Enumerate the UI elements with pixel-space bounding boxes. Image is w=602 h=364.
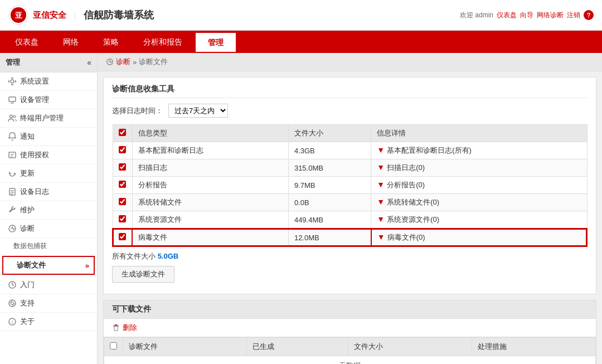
sidebar-item-license[interactable]: 使用授权 <box>0 146 97 164</box>
sidebar-item-notification[interactable]: 通知 <box>0 128 97 146</box>
sidebar-item-packet-capture[interactable]: 数据包捕获 <box>0 238 97 255</box>
row1-checkbox-cell <box>113 142 132 159</box>
svg-point-10 <box>10 115 13 118</box>
svg-point-21 <box>9 300 16 307</box>
dl-select-all[interactable] <box>110 342 117 350</box>
row4-type: 系统转储文件 <box>132 194 288 211</box>
sidebar-item-user-mgmt[interactable]: 终端用户管理 <box>0 109 97 128</box>
svg-rect-8 <box>9 97 16 101</box>
sidebar-item-intro[interactable]: 入门 <box>0 276 97 294</box>
svg-rect-12 <box>9 152 16 158</box>
diag-breadcrumb-icon <box>106 58 114 66</box>
sidebar-item-about[interactable]: i 关于 <box>0 313 97 331</box>
sidebar-settings-label: 系统设置 <box>20 76 49 86</box>
diagnostic-section-title: 诊断信息收集工具 <box>112 84 588 98</box>
sidebar-packet-label: 数据包捕获 <box>13 242 47 250</box>
row6-checkbox-cell <box>113 229 132 246</box>
nav-dashboard[interactable]: 仪表盘 <box>3 31 51 53</box>
row6-checkbox[interactable] <box>119 233 126 240</box>
svg-rect-6 <box>15 80 16 82</box>
sidebar-title: 管理 <box>6 57 20 67</box>
date-form-row: 选择日志时间： 过去7天之内 过去3天之内 过去1天之内 全部 <box>112 104 588 118</box>
sidebar-notification-label: 通知 <box>20 132 35 142</box>
row4-checkbox[interactable] <box>119 198 126 205</box>
wizard-link[interactable]: 向导 <box>520 11 533 20</box>
sidebar-item-update[interactable]: 更新 <box>0 164 97 183</box>
breadcrumb-current: 诊断文件 <box>139 57 168 67</box>
sidebar-item-device-mgmt[interactable]: 设备管理 <box>0 91 97 109</box>
delete-button[interactable]: 删除 <box>123 323 137 333</box>
row1-expand-icon[interactable]: ▼ <box>377 145 385 154</box>
svg-rect-5 <box>8 80 9 82</box>
sidebar-item-device-log[interactable]: 设备日志 <box>0 183 97 201</box>
logout-link[interactable]: 注销 <box>567 11 580 20</box>
info-table: 信息类型 文件大小 信息详情 基本配置和诊断日志 4.3GB ▼基本配置和诊断日… <box>112 124 588 247</box>
generate-diag-button[interactable]: 生成诊断文件 <box>112 266 174 283</box>
row3-checkbox-cell <box>113 177 132 194</box>
nav-network[interactable]: 网络 <box>51 31 91 53</box>
network-diag-link[interactable]: 网络诊断 <box>537 11 564 20</box>
row1-checkbox[interactable] <box>119 146 126 153</box>
table-row: 系统资源文件 449.4MB ▼系统资源文件(0) <box>113 211 587 229</box>
row2-size: 315.0MB <box>288 159 371 177</box>
total-row: 所有文件大小 5.0GB <box>112 251 588 261</box>
sidebar-item-support[interactable]: 支持 <box>0 294 97 313</box>
sidebar-header: 管理 « <box>0 53 97 72</box>
svg-rect-9 <box>11 103 14 104</box>
breadcrumb-diag[interactable]: 诊断 <box>116 57 130 67</box>
row5-checkbox[interactable] <box>119 215 126 222</box>
row4-checkbox-cell <box>113 194 132 211</box>
nav-management[interactable]: 管理 <box>195 32 237 53</box>
sidebar-arrow-icon: » <box>85 261 89 270</box>
svg-rect-3 <box>11 77 13 79</box>
sidebar-intro-label: 入门 <box>20 280 35 290</box>
row1-detail: ▼基本配置和诊断日志(所有) <box>371 142 587 159</box>
trash-icon <box>112 324 120 332</box>
system-name: 信舰防毒墙系统 <box>84 8 154 22</box>
header: 亚 亚信安全 | 信舰防毒墙系统 欢迎 admin 仪表盘 向导 网络诊断 注销… <box>0 0 602 31</box>
content-area: 诊断 » 诊断文件 诊断信息收集工具 选择日志时间： 过去7天之内 过去3天之内… <box>98 53 602 364</box>
row3-checkbox[interactable] <box>119 181 126 188</box>
sidebar-item-maintenance[interactable]: 维护 <box>0 201 97 220</box>
delete-bar: 删除 <box>104 319 596 337</box>
diagnostic-icon <box>8 224 17 233</box>
row6-expand-icon[interactable]: ▼ <box>377 232 385 241</box>
svg-text:i: i <box>12 319 13 325</box>
license-icon <box>8 151 17 159</box>
svg-rect-30 <box>114 324 117 326</box>
breadcrumb: 诊断 » 诊断文件 <box>98 53 602 71</box>
date-select[interactable]: 过去7天之内 过去3天之内 过去1天之内 全部 <box>168 104 228 118</box>
sidebar-item-system-settings[interactable]: 系统设置 <box>0 72 97 91</box>
row5-expand-icon[interactable]: ▼ <box>377 215 385 224</box>
row2-checkbox[interactable] <box>119 163 126 171</box>
svg-text:亚: 亚 <box>15 11 23 20</box>
nav-policy[interactable]: 策略 <box>91 31 131 53</box>
date-label: 选择日志时间： <box>112 106 163 116</box>
settings-icon <box>8 77 17 86</box>
dl-th-filename: 诊断文件 <box>123 338 247 356</box>
sidebar-devicelog-label: 设备日志 <box>20 187 49 197</box>
svg-point-7 <box>11 80 14 83</box>
select-all-checkbox[interactable] <box>119 129 126 136</box>
sidebar-toggle[interactable]: « <box>87 58 91 67</box>
change-password-link[interactable]: 仪表盘 <box>497 11 517 20</box>
total-size: 5.0GB <box>158 252 179 260</box>
sidebar-item-diagnostic[interactable]: 诊断 <box>0 220 97 238</box>
sidebar-about-label: 关于 <box>20 317 35 327</box>
sidebar-item-diag-file-active[interactable]: 诊断文件 » <box>2 256 95 275</box>
maintenance-icon <box>8 206 17 215</box>
help-button[interactable]: ? <box>584 10 594 20</box>
welcome-text: 欢迎 admin <box>460 11 493 20</box>
row2-type: 扫描日志 <box>132 159 288 177</box>
downloadable-section-title: 可下载文件 <box>104 300 596 319</box>
th-info-detail: 信息详情 <box>371 125 587 142</box>
row4-expand-icon[interactable]: ▼ <box>377 197 385 206</box>
users-icon <box>8 114 17 123</box>
th-file-size: 文件大小 <box>288 125 371 142</box>
row2-expand-icon[interactable]: ▼ <box>377 163 385 172</box>
nav-reports[interactable]: 分析和报告 <box>131 31 195 53</box>
table-row: 系统转储文件 0.0B ▼系统转储文件(0) <box>113 194 587 211</box>
row1-type: 基本配置和诊断日志 <box>132 142 288 159</box>
log-icon <box>8 187 17 196</box>
row3-expand-icon[interactable]: ▼ <box>377 180 385 189</box>
